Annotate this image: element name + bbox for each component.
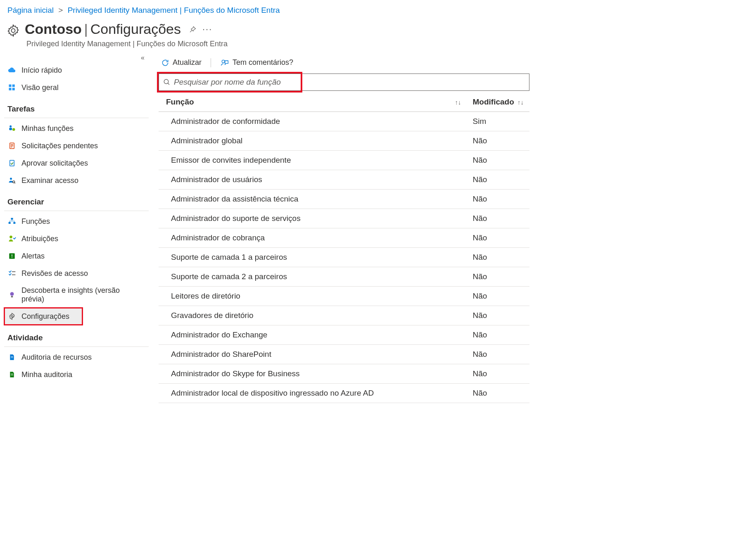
cell-modified: Não: [467, 131, 529, 151]
cell-modified: Não: [467, 248, 529, 267]
cell-role: Suporte de camada 2 a parceiros: [159, 267, 467, 287]
sidebar-item-alerts[interactable]: ! Alertas: [4, 247, 149, 265]
search-input[interactable]: [174, 78, 525, 87]
breadcrumb-pim[interactable]: Privileged Identity Management | Funções…: [68, 6, 280, 14]
svg-rect-23: [11, 374, 13, 374]
sidebar-item-my-audit[interactable]: Minha auditoria: [4, 366, 149, 383]
lightbulb-icon: [7, 290, 17, 299]
table-row[interactable]: Emissor de convites independenteNão: [159, 151, 529, 170]
svg-point-20: [11, 316, 13, 318]
cell-modified: Não: [467, 267, 529, 287]
column-sort-role[interactable]: ↑↓: [448, 93, 467, 112]
sidebar-item-assignments[interactable]: Atribuições: [4, 230, 149, 247]
sidebar-item-roles[interactable]: Funções: [4, 213, 149, 230]
sidebar-item-review-access[interactable]: Examinar acesso: [4, 172, 149, 189]
cell-role: Emissor de convites independente: [159, 151, 467, 170]
person-assign-icon: [7, 234, 17, 243]
chevron-right-icon: >: [58, 6, 63, 14]
svg-point-15: [9, 236, 12, 239]
table-row[interactable]: Administrador globalNão: [159, 131, 529, 151]
sidebar-item-label: Visão geral: [21, 83, 59, 92]
search-input-container[interactable]: [159, 74, 529, 91]
sidebar-item-settings[interactable]: Configurações: [4, 308, 83, 325]
toolbar-divider: [211, 58, 211, 67]
table-row[interactable]: Administrador do suporte de serviçosNão: [159, 209, 529, 228]
table-row[interactable]: Administrador da assistência técnicaNão: [159, 190, 529, 209]
feedback-button[interactable]: Tem comentários?: [218, 57, 296, 69]
sidebar-section-tasks: Tarefas: [4, 96, 149, 118]
cloud-icon: [7, 66, 17, 75]
svg-rect-24: [11, 375, 13, 375]
svg-rect-4: [12, 88, 15, 90]
cell-modified: Não: [467, 345, 529, 364]
svg-point-0: [11, 28, 15, 32]
cell-modified: Não: [467, 306, 529, 325]
sidebar-item-approve-requests[interactable]: Aprovar solicitações: [4, 154, 149, 172]
svg-point-11: [13, 181, 15, 183]
table-row[interactable]: Suporte de camada 1 a parceirosNão: [159, 248, 529, 267]
table-row[interactable]: Gravadores de diretórioNão: [159, 306, 529, 325]
sidebar-item-quickstart[interactable]: Início rápido: [4, 62, 149, 79]
breadcrumb: Página inicial > Privileged Identity Man…: [0, 0, 529, 18]
table-row[interactable]: Administrador do SharePointNão: [159, 345, 529, 364]
svg-rect-12: [11, 218, 13, 220]
refresh-button[interactable]: Atualizar: [159, 57, 204, 69]
table-row[interactable]: Administrador local de dispositivo ingre…: [159, 384, 529, 403]
svg-rect-2: [12, 85, 15, 87]
cell-role: Administrador de usuários: [159, 170, 467, 190]
cell-role: Gravadores de diretório: [159, 306, 467, 325]
table-row[interactable]: Administrador de usuáriosNão: [159, 170, 529, 190]
svg-rect-22: [11, 358, 13, 358]
cell-role: Leitores de diretório: [159, 287, 467, 306]
cell-role: Administrador do Exchange: [159, 325, 467, 345]
table-row[interactable]: Administrador de conformidadeSim: [159, 112, 529, 131]
table-row[interactable]: Leitores de diretórioNão: [159, 287, 529, 306]
gear-icon: [6, 23, 21, 38]
breadcrumb-home[interactable]: Página inicial: [7, 6, 54, 14]
svg-rect-6: [9, 128, 12, 130]
cell-role: Administrador do suporte de serviços: [159, 209, 467, 228]
checklist-icon: [7, 269, 17, 278]
sidebar-item-label: Auditoria de recursos: [21, 353, 92, 362]
column-header-modified[interactable]: Modificado ↑↓: [467, 93, 529, 112]
cell-modified: Não: [467, 384, 529, 403]
pin-icon[interactable]: [188, 26, 197, 34]
sidebar-item-discovery[interactable]: Descoberta e insights (versão prévia): [4, 282, 149, 308]
svg-rect-3: [9, 88, 12, 90]
collapse-sidebar-icon[interactable]: «: [4, 54, 149, 62]
sidebar-item-my-roles[interactable]: Minhas funções: [4, 120, 149, 137]
sidebar-item-label: Alertas: [21, 252, 45, 261]
cell-role: Administrador do Skype for Business: [159, 364, 467, 384]
person-search-icon: [7, 176, 17, 185]
column-header-role[interactable]: Função: [159, 93, 448, 112]
sidebar-item-pending-requests[interactable]: Solicitações pendentes: [4, 137, 149, 154]
svg-point-25: [222, 60, 225, 63]
svg-point-18: [10, 292, 14, 296]
page-title: Contoso|Configurações: [25, 21, 181, 37]
grid-icon: [7, 83, 17, 92]
sidebar-item-label: Examinar acesso: [21, 176, 78, 185]
table-row[interactable]: Administrador do Skype for BusinessNão: [159, 364, 529, 384]
sidebar-item-resource-audit[interactable]: Auditoria de recursos: [4, 349, 149, 366]
cell-modified: Sim: [467, 112, 529, 131]
cell-role: Administrador de cobrança: [159, 228, 467, 248]
svg-rect-21: [11, 356, 13, 357]
sidebar-item-access-reviews[interactable]: Revisões de acesso: [4, 265, 149, 282]
sidebar-item-overview[interactable]: Visão geral: [4, 79, 149, 96]
table-row[interactable]: Administrador de cobrançaNão: [159, 228, 529, 248]
cell-role: Administrador global: [159, 131, 467, 151]
document-icon: [7, 353, 17, 362]
table-row[interactable]: Suporte de camada 2 a parceirosNão: [159, 267, 529, 287]
sidebar-section-manage: Gerenciar: [4, 189, 149, 211]
sidebar-item-label: Solicitações pendentes: [21, 142, 98, 150]
document-green-icon: [7, 370, 17, 379]
svg-rect-19: [11, 296, 13, 297]
svg-point-5: [9, 126, 12, 128]
search-icon: [163, 78, 171, 86]
sidebar-item-label: Minha auditoria: [21, 370, 72, 379]
sidebar-item-label: Descoberta e insights (versão prévia): [21, 286, 145, 304]
table-row[interactable]: Administrador do ExchangeNão: [159, 325, 529, 345]
more-icon[interactable]: ···: [202, 24, 212, 35]
cell-role: Administrador do SharePoint: [159, 345, 467, 364]
cell-role: Administrador da assistência técnica: [159, 190, 467, 209]
